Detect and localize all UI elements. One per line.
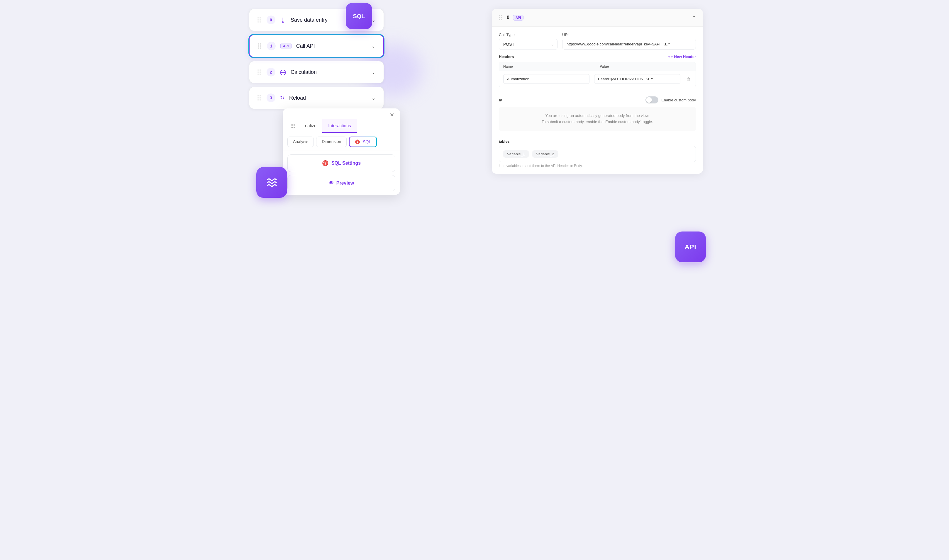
drag-handle-2 xyxy=(258,69,261,75)
headers-table: Name Value 🗑 xyxy=(499,62,696,87)
pill-analysis[interactable]: Analysis xyxy=(287,137,314,147)
enable-custom-body-label: Enable custom body xyxy=(661,98,696,102)
s-floating-icon xyxy=(256,167,287,198)
call-type-url-row: Call Type POST GET PUT DELETE PATCH ⌄ UR… xyxy=(499,32,696,50)
variables-title: iables xyxy=(499,139,696,144)
variables-section: iables Variable_1 Variable_2 k on variab… xyxy=(499,139,696,168)
step-3-card[interactable]: 3 ↻ Reload ⌄ xyxy=(249,87,384,109)
variables-container: Variable_1 Variable_2 xyxy=(499,146,696,162)
sql-floating-icon: SQL xyxy=(346,3,372,29)
headers-label: Headers xyxy=(499,54,514,59)
plus-icon: + xyxy=(668,54,670,59)
download-icon: ⭳ xyxy=(280,17,286,23)
headers-table-head: Name Value xyxy=(499,62,696,71)
drag-handle-1 xyxy=(258,43,261,49)
call-type-select-wrapper: POST GET PUT DELETE PATCH ⌄ xyxy=(499,39,557,50)
body-label: ly xyxy=(499,98,502,102)
call-type-group: Call Type POST GET PUT DELETE PATCH ⌄ xyxy=(499,32,557,50)
api-drag-handle xyxy=(499,15,502,20)
drag-handle-3 xyxy=(258,95,261,100)
header-row-0: 🗑 xyxy=(499,71,696,87)
pill-tabs-row: Analysis Dimension ♈ SQL xyxy=(283,133,400,151)
api-floating-icon-bottom: API xyxy=(675,231,706,262)
col-name-label: Name xyxy=(503,65,595,69)
step-1-number: 1 xyxy=(267,42,276,51)
step-0-number: 0 xyxy=(267,15,275,24)
reload-icon: ↻ xyxy=(280,95,284,101)
api-config-panel: 0 API ⌃ Call Type POST GET PUT DELETE PA xyxy=(492,9,703,174)
tab-finalize[interactable]: nalize xyxy=(299,119,322,133)
url-input[interactable] xyxy=(562,39,696,49)
tab-modal: ✕ ☷ nalize Interactions Analysis Dimensi… xyxy=(283,108,400,195)
api-panel-header: 0 API ⌃ xyxy=(492,9,703,27)
step-2-number: 2 xyxy=(267,68,275,77)
db-icon-btn: ♈ xyxy=(322,160,329,166)
step-1-label: Call API xyxy=(296,43,367,49)
url-label: URL xyxy=(562,32,696,37)
header-name-input[interactable] xyxy=(503,74,589,84)
collapse-button[interactable]: ⌃ xyxy=(692,15,696,20)
step-2-chevron[interactable]: ⌄ xyxy=(372,69,375,75)
api-badge: API xyxy=(280,43,292,49)
body-header: ly Enable custom body xyxy=(499,96,696,103)
preview-button[interactable]: 👁 Preview xyxy=(287,175,395,191)
header-value-input[interactable] xyxy=(594,74,681,84)
delete-header-button[interactable]: 🗑 xyxy=(685,75,691,83)
enable-custom-body-toggle[interactable] xyxy=(645,96,658,103)
step-1-card[interactable]: 1 API Call API ⌄ xyxy=(249,35,384,57)
step-1-chevron[interactable]: ⌄ xyxy=(371,43,375,49)
enable-custom-body-toggle-area: Enable custom body xyxy=(645,96,696,103)
step-2-card[interactable]: 2 ⨁ Calculation ⌄ xyxy=(249,61,384,83)
variables-hint: k on variables to add them to the API He… xyxy=(499,164,696,168)
headers-section-header: Headers + + New Header xyxy=(499,54,696,59)
pill-dimension[interactable]: Dimension xyxy=(316,137,347,147)
sql-settings-button[interactable]: ♈ SQL Settings xyxy=(287,154,395,172)
api-panel-step-num: 0 xyxy=(507,15,509,20)
eye-icon-btn: 👁 xyxy=(329,180,333,186)
api-panel-title-area: 0 API xyxy=(499,15,523,20)
tab-chart-icon: ☷ xyxy=(287,119,299,133)
step-3-number: 3 xyxy=(267,94,275,102)
tab-bar: ☷ nalize Interactions xyxy=(283,119,400,133)
call-type-label: Call Type xyxy=(499,32,557,37)
tab-interactions[interactable]: Interactions xyxy=(322,119,357,133)
step-2-label: Calculation xyxy=(291,69,367,75)
calc-icon: ⨁ xyxy=(280,69,286,75)
headers-section: Headers + + New Header Name Value 🗑 xyxy=(499,54,696,87)
api-panel-api-badge: API xyxy=(513,15,523,20)
modal-top-area: ✕ xyxy=(283,108,400,119)
db-icon-small: ♈ xyxy=(355,140,360,144)
api-panel-body: Call Type POST GET PUT DELETE PATCH ⌄ UR… xyxy=(492,27,703,174)
step-3-label: Reload xyxy=(289,95,367,101)
drag-handle-0 xyxy=(258,17,261,23)
col-value-label: Value xyxy=(600,65,691,69)
url-group: URL xyxy=(562,32,696,50)
variable-tag-1[interactable]: Variable_2 xyxy=(532,150,559,158)
body-info-text: You are using an automatically generated… xyxy=(499,107,696,131)
modal-close-button[interactable]: ✕ xyxy=(388,111,396,119)
step-3-chevron[interactable]: ⌄ xyxy=(372,95,375,101)
modal-body: ♈ SQL Settings 👁 Preview xyxy=(283,151,400,195)
body-section: ly Enable custom body You are using an a… xyxy=(499,92,696,135)
call-type-select[interactable]: POST GET PUT DELETE PATCH xyxy=(499,39,557,50)
new-header-button[interactable]: + + New Header xyxy=(668,54,696,59)
variable-tag-0[interactable]: Variable_1 xyxy=(503,150,529,158)
pill-sql[interactable]: ♈ SQL xyxy=(349,137,377,147)
